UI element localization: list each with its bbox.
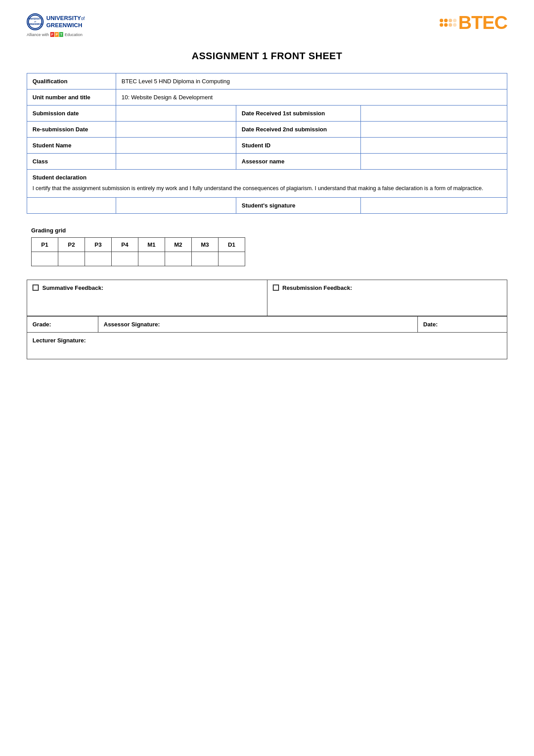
feedback-bottom: Grade: Assessor Signature: Date: bbox=[27, 317, 507, 332]
grading-table: P1 P2 P3 P4 M1 M2 M3 D1 bbox=[31, 237, 245, 266]
date-received-1st-label: Date Received 1st submission bbox=[236, 106, 361, 122]
university-name: UNIVERSITYof GREENWICH bbox=[46, 15, 85, 28]
date-received-2nd-label: Date Received 2nd submission bbox=[236, 122, 361, 138]
student-name-label: Student Name bbox=[27, 138, 116, 154]
grade-d1: D1 bbox=[218, 237, 245, 252]
date-received-1st-value bbox=[361, 106, 507, 122]
student-id-value bbox=[361, 138, 507, 154]
grade-m3: M3 bbox=[192, 237, 218, 252]
resubmission-date-value bbox=[116, 122, 236, 138]
submission-row: Submission date Date Received 1st submis… bbox=[27, 106, 507, 122]
btec-wordmark: BTEC bbox=[458, 13, 507, 32]
signature-row: Student's signature bbox=[27, 197, 507, 213]
summative-checkbox-icon bbox=[32, 285, 39, 291]
lecturer-signature-row: Lecturer Signature: bbox=[27, 332, 507, 359]
date-label: Date: bbox=[423, 321, 438, 328]
fpt-logo: F P T bbox=[50, 32, 63, 37]
info-table: Qualification BTEC Level 5 HND Diploma i… bbox=[27, 73, 507, 214]
grade-m2-value bbox=[165, 252, 192, 266]
grading-section: Grading grid P1 P2 P3 P4 M1 M2 M3 D1 bbox=[27, 227, 507, 266]
grade-m1-value bbox=[138, 252, 165, 266]
resubmission-row: Re-submission Date Date Received 2nd sub… bbox=[27, 122, 507, 138]
declaration-cell: Student declaration I certify that the a… bbox=[27, 170, 507, 198]
grade-p2-value bbox=[58, 252, 85, 266]
unit-row: Unit number and title 10: Website Design… bbox=[27, 89, 507, 106]
svg-text:GREENWICH: GREENWICH bbox=[28, 23, 42, 25]
university-logo: UNIVERSITY of GREENWICH UNIVERSITYof GRE… bbox=[27, 13, 85, 37]
grade-d1-value bbox=[218, 252, 245, 266]
resubmission-label: Re-submission Date bbox=[27, 122, 116, 138]
declaration-row: Student declaration I certify that the a… bbox=[27, 170, 507, 198]
btec-dots bbox=[440, 19, 457, 27]
summative-feedback-label: Summative Feedback: bbox=[32, 285, 262, 291]
feedback-section: Summative Feedback: Resubmission Feedbac… bbox=[27, 280, 507, 359]
lecturer-sig-label: Lecturer Signature: bbox=[32, 337, 86, 344]
qualification-label: Qualification bbox=[27, 73, 116, 89]
grade-m1: M1 bbox=[138, 237, 165, 252]
submission-label: Submission date bbox=[27, 106, 116, 122]
resubmission-checkbox-icon bbox=[273, 285, 279, 291]
grade-p2: P2 bbox=[58, 237, 85, 252]
summative-feedback: Summative Feedback: bbox=[27, 280, 267, 316]
grade-label: Grade: bbox=[32, 321, 51, 328]
qualification-value: BTEC Level 5 HND Diploma in Computing bbox=[116, 73, 507, 89]
student-id-label: Student ID bbox=[236, 138, 361, 154]
grading-header-row: P1 P2 P3 P4 M1 M2 M3 D1 bbox=[32, 237, 245, 252]
date-received-2nd-value bbox=[361, 122, 507, 138]
submission-date-value bbox=[116, 106, 236, 122]
assessor-name-label: Assessor name bbox=[236, 154, 361, 170]
page-title: ASSIGNMENT 1 FRONT SHEET bbox=[27, 50, 507, 62]
grade-m3-value bbox=[192, 252, 218, 266]
student-signature-value bbox=[361, 197, 507, 213]
student-name-value bbox=[116, 138, 236, 154]
qualification-row: Qualification BTEC Level 5 HND Diploma i… bbox=[27, 73, 507, 89]
assessor-sig-label: Assessor Signature: bbox=[104, 321, 160, 328]
class-label: Class bbox=[27, 154, 116, 170]
assessor-name-value bbox=[361, 154, 507, 170]
grade-cell: Grade: bbox=[27, 317, 98, 332]
unit-value: 10: Website Design & Development bbox=[116, 89, 507, 106]
grade-p1: P1 bbox=[32, 237, 58, 252]
feedback-top: Summative Feedback: Resubmission Feedbac… bbox=[27, 280, 507, 316]
grade-p1-value bbox=[32, 252, 58, 266]
unit-label: Unit number and title bbox=[27, 89, 116, 106]
alliance-text: Alliance with F P T Education bbox=[27, 32, 82, 37]
grade-p4-value bbox=[112, 252, 138, 266]
student-signature-label: Student's signature bbox=[236, 197, 361, 213]
grade-p3: P3 bbox=[85, 237, 112, 252]
grade-p3-value bbox=[85, 252, 112, 266]
date-cell: Date: bbox=[418, 317, 507, 332]
svg-text:UNIVERSITY: UNIVERSITY bbox=[28, 17, 42, 20]
declaration-title: Student declaration bbox=[32, 174, 502, 181]
btec-logo: BTEC bbox=[440, 13, 507, 32]
resubmission-feedback-label: Resubmission Feedback: bbox=[273, 285, 502, 291]
class-row: Class Assessor name bbox=[27, 154, 507, 170]
university-emblem: UNIVERSITY of GREENWICH bbox=[27, 13, 44, 30]
grading-value-row bbox=[32, 252, 245, 266]
grade-p4: P4 bbox=[112, 237, 138, 252]
declaration-text: I certify that the assignment submission… bbox=[32, 184, 502, 193]
grade-m2: M2 bbox=[165, 237, 192, 252]
resubmission-feedback: Resubmission Feedback: bbox=[267, 280, 507, 316]
student-name-row: Student Name Student ID bbox=[27, 138, 507, 154]
grading-title: Grading grid bbox=[31, 227, 507, 234]
assessor-signature-cell: Assessor Signature: bbox=[98, 317, 418, 332]
header-logos: UNIVERSITY of GREENWICH UNIVERSITYof GRE… bbox=[27, 13, 507, 37]
feedback-bottom-section: Grade: Assessor Signature: Date: Lecture… bbox=[27, 316, 507, 359]
class-value bbox=[116, 154, 236, 170]
